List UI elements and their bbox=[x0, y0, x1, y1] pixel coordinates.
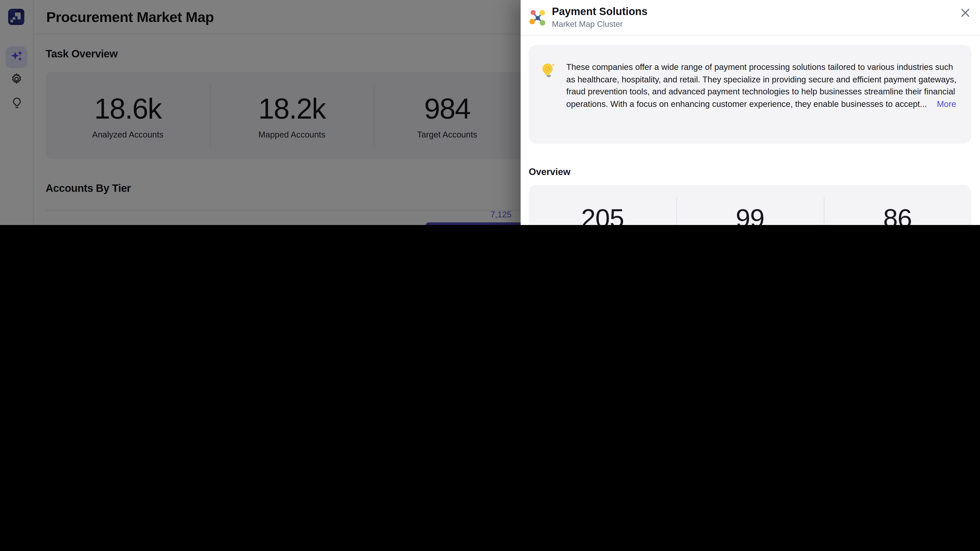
more-link[interactable]: More bbox=[937, 100, 956, 109]
cluster-network-icon bbox=[528, 8, 547, 27]
overview-heading: Overview bbox=[529, 166, 570, 177]
lightbulb-emoji-icon bbox=[540, 62, 556, 79]
overview-stat-score: 86 Average Score bbox=[824, 185, 971, 225]
stat-value: 99 bbox=[676, 206, 824, 225]
overview-stat-total: 205 Total Accounts bbox=[529, 185, 676, 225]
stat-value: 205 bbox=[529, 206, 676, 225]
app-window: Procurement Market Map Task Overview 18.… bbox=[0, 0, 980, 225]
overview-stat-tier1: 99 Tier 1 Accounts bbox=[676, 185, 824, 225]
description-text: These companies offer a wide range of pa… bbox=[566, 62, 956, 109]
modal-backdrop[interactable] bbox=[0, 0, 520, 225]
panel-title: Payment Solutions bbox=[552, 6, 648, 18]
stat-divider bbox=[676, 197, 677, 225]
stat-divider bbox=[824, 197, 824, 225]
close-icon[interactable] bbox=[961, 8, 970, 17]
stat-value: 86 bbox=[824, 206, 971, 225]
panel-subtitle: Market Map Cluster bbox=[552, 19, 623, 29]
cluster-description: These companies offer a wide range of pa… bbox=[566, 61, 960, 110]
panel-header-divider bbox=[520, 35, 980, 35]
